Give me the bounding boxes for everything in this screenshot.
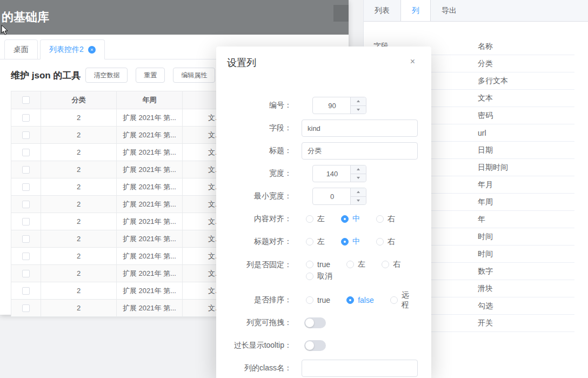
table-row[interactable]: 2 扩展 2021年 第... 文... (11, 109, 246, 126)
clear-data-button[interactable]: 清空数据 (85, 68, 128, 83)
row-checkbox[interactable] (22, 183, 30, 191)
radio-right[interactable]: 右 (382, 260, 400, 269)
page-title: 维护 json 的工具 (11, 69, 81, 82)
form-row-sortable: 是否排序： true false 远程 (216, 291, 431, 309)
radio-icon (306, 215, 313, 223)
panel-tab-list[interactable]: 列表 (364, 0, 400, 21)
cell-category: 2 (41, 300, 117, 316)
row-checkbox[interactable] (22, 253, 30, 260)
row-checkbox[interactable] (22, 149, 30, 156)
row-checkbox[interactable] (22, 114, 30, 122)
content-align-label: 内容对齐： (216, 214, 296, 224)
table-row[interactable]: 2 扩展 2021年 第... 文... (11, 213, 246, 230)
reset-button[interactable]: 重置 (136, 68, 165, 83)
edit-props-button[interactable]: 编辑属性 (173, 68, 215, 83)
arrow-up-icon (357, 168, 360, 170)
form-row-header-align: 标题对齐： 左 中 右 (216, 233, 431, 250)
checkbox-cell (11, 213, 41, 230)
decrement-button[interactable] (351, 174, 366, 182)
resizable-toggle[interactable] (304, 317, 326, 328)
row-checkbox[interactable] (22, 131, 30, 139)
table-row[interactable]: 2 扩展 2021年 第... 文... (11, 161, 246, 178)
title-input[interactable] (302, 142, 418, 160)
table-row[interactable]: 2 扩展 2021年 第... 文... (11, 230, 246, 247)
radio-right[interactable]: 右 (376, 214, 395, 224)
row-checkbox[interactable] (22, 235, 30, 243)
header-category: 分类 (41, 91, 117, 109)
cell-week: 扩展 2021年 第... (117, 196, 183, 213)
radio-icon (382, 261, 389, 268)
table-row[interactable]: 2 扩展 2021年 第... 文... (11, 299, 246, 316)
row-checkbox[interactable] (22, 270, 30, 277)
radio-right[interactable]: 右 (376, 237, 395, 247)
name-cell: 年 (469, 215, 574, 224)
modal-header: 设置列 × (216, 47, 431, 69)
app-title: 的基础库 (0, 9, 49, 25)
form-row-content-align: 内容对齐： 左 中 右 (216, 210, 431, 228)
row-checkbox[interactable] (22, 201, 30, 208)
row-checkbox[interactable] (22, 218, 30, 226)
radio-cancel[interactable]: 取消 (306, 271, 332, 281)
number-input[interactable]: 90 (312, 97, 366, 114)
close-icon[interactable]: × (88, 46, 96, 54)
radio-label: 右 (393, 260, 400, 269)
radio-icon (346, 296, 354, 304)
name-cell: 时间 (469, 249, 574, 259)
radio-icon (306, 238, 313, 246)
name-cell: 多行文本 (469, 76, 574, 86)
row-checkbox[interactable] (22, 166, 30, 174)
table-row[interactable]: 2 扩展 2021年 第... 文... (11, 126, 246, 143)
cell-week: 扩展 2021年 第... (117, 144, 183, 161)
radio-icon (376, 215, 384, 223)
radio-icon (341, 215, 349, 223)
row-checkbox[interactable] (22, 287, 30, 295)
tab-list-widget[interactable]: 列表控件2 × (40, 39, 105, 59)
table-row[interactable]: 2 扩展 2021年 第... 文... (11, 178, 246, 195)
radio-remote[interactable]: 远程 (390, 290, 415, 310)
data-table: 分类 年周 2 扩展 2021年 第... 文... 2 扩展 2021年 第.… (11, 91, 247, 317)
table-row[interactable]: 2 扩展 2021年 第... 文... (11, 247, 246, 264)
cell-week: 扩展 2021年 第... (117, 248, 183, 264)
radio-left[interactable]: 左 (306, 214, 325, 224)
cell-category: 2 (41, 144, 117, 161)
increment-button[interactable] (351, 188, 366, 197)
table-row[interactable]: 2 扩展 2021年 第... 文... (11, 282, 246, 299)
name-cell: 文本 (469, 94, 574, 103)
name-cell: 日期时间 (469, 163, 574, 173)
mouse-cursor (1, 25, 9, 36)
decrement-button[interactable] (351, 197, 366, 205)
table-row[interactable]: 2 扩展 2021年 第... 文... (11, 143, 246, 161)
radio-true[interactable]: true (306, 296, 330, 304)
panel-tab-column[interactable]: 列 (400, 0, 431, 21)
field-input[interactable] (302, 120, 418, 137)
radio-left[interactable]: 左 (346, 260, 365, 269)
min-width-value: 0 (313, 193, 351, 201)
radio-left[interactable]: 左 (306, 237, 325, 247)
name-cell: 滑块 (469, 284, 574, 294)
width-input[interactable]: 140 (312, 165, 366, 182)
tab-desktop[interactable]: 桌面 (4, 39, 38, 59)
row-checkbox[interactable] (22, 304, 30, 312)
header-week: 年周 (117, 91, 183, 109)
table-row[interactable]: 2 扩展 2021年 第... 文... (11, 264, 246, 282)
radio-false[interactable]: false (346, 296, 374, 304)
radio-icon (306, 261, 313, 268)
select-all-checkbox[interactable] (22, 96, 30, 104)
class-name-input[interactable] (302, 360, 418, 377)
spinner-controls (350, 97, 366, 114)
decrement-button[interactable] (351, 106, 366, 114)
min-width-input[interactable]: 0 (312, 188, 366, 205)
width-label: 宽度： (216, 169, 296, 178)
increment-button[interactable] (351, 97, 366, 106)
tooltip-toggle[interactable] (304, 340, 326, 351)
radio-center[interactable]: 中 (341, 237, 360, 247)
cell-category: 2 (41, 178, 117, 195)
close-icon[interactable]: × (410, 57, 415, 66)
form-row-fixed: 列是否固定： true 左 右 取消 (216, 256, 431, 286)
table-row[interactable]: 2 扩展 2021年 第... 文... (11, 195, 246, 213)
radio-true[interactable]: true (306, 260, 330, 269)
panel-tab-export[interactable]: 导出 (431, 0, 467, 21)
radio-icon (376, 238, 384, 246)
radio-center[interactable]: 中 (341, 214, 360, 224)
increment-button[interactable] (351, 165, 366, 174)
